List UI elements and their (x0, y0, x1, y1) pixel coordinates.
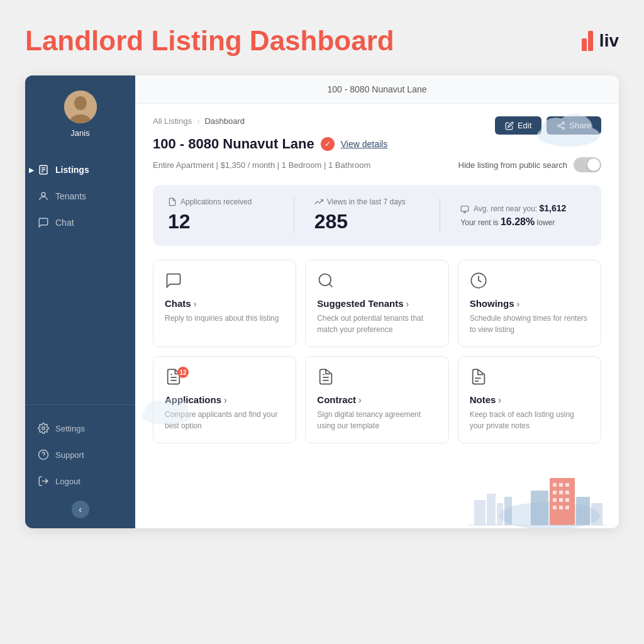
svg-rect-37 (487, 494, 496, 525)
logo-bar1 (582, 38, 587, 51)
settings-icon (38, 423, 49, 434)
stat-views: Views in the last 7 days 285 (294, 197, 441, 233)
page-wrapper: Landlord Listing Dashboard liv Janis (0, 0, 644, 644)
logo-bar2 (588, 31, 593, 51)
logo-text: liv (599, 31, 619, 51)
listing-name: 100 - 8080 Nunavut Lane (153, 136, 314, 152)
contract-card-desc: Sign digital tenancy agreement using our… (317, 409, 436, 431)
views-stat-value: 285 (314, 210, 430, 233)
stat-avg-rent: Avg. rent near you: $1,612 Your rent is … (440, 203, 586, 228)
app-container: Janis Listings Tenants (25, 75, 619, 528)
applications-notification-badge: 12 (177, 367, 189, 378)
view-details-link[interactable]: View details (341, 139, 387, 149)
listing-meta: Entire Apartment | $1,350 / month | 1 Be… (153, 160, 370, 170)
svg-rect-47 (565, 491, 569, 494)
chats-card-icon (165, 272, 182, 289)
svg-rect-42 (553, 483, 557, 487)
avg-rent-icon (460, 205, 469, 214)
toggle-thumb (587, 158, 600, 171)
topbar-address: 100 - 8080 Nunavut Lane (327, 84, 426, 94)
card-notes[interactable]: Notes › Keep track of each listing using… (458, 356, 601, 443)
topbar: 100 - 8080 Nunavut Lane (135, 75, 619, 104)
svg-rect-39 (504, 497, 512, 525)
listings-icon (38, 164, 49, 175)
card-contract[interactable]: Contract › Sign digital tenancy agreemen… (305, 356, 448, 443)
hide-label: Hide listing from public search (458, 160, 567, 170)
svg-point-7 (42, 192, 45, 196)
toggle-switch[interactable] (574, 157, 601, 172)
user-profile: Janis (25, 75, 135, 150)
cards-grid: Chats › Reply to inquiries about this li… (153, 260, 601, 443)
svg-point-23 (319, 274, 331, 286)
hide-toggle: Hide listing from public search (458, 157, 601, 172)
svg-point-34 (160, 397, 188, 420)
contract-card-title: Contract › (317, 394, 436, 405)
page-header: Landlord Listing Dashboard liv (25, 25, 619, 57)
views-stat-label: Views in the last 7 days (327, 197, 406, 206)
logo-area: liv (582, 31, 619, 51)
svg-rect-56 (591, 503, 602, 525)
user-name: Janis (70, 128, 89, 138)
svg-point-19 (557, 114, 592, 142)
svg-rect-44 (565, 483, 569, 487)
chats-card-title: Chats › (165, 298, 284, 309)
chat-nav-icon (38, 217, 49, 228)
showings-card-icon (470, 272, 487, 289)
svg-rect-49 (559, 498, 563, 502)
listing-details-row: Entire Apartment | $1,350 / month | 1 Be… (153, 157, 601, 172)
avatar (64, 91, 97, 123)
sidebar-item-support[interactable]: Support (25, 441, 135, 468)
sidebar-item-logout[interactable]: Logout (25, 468, 135, 494)
card-showings[interactable]: Showings › Schedule showing times for re… (458, 260, 601, 347)
svg-point-1 (74, 96, 87, 110)
showings-card-title: Showings › (470, 298, 589, 309)
notes-card-desc: Keep track of each listing using your pr… (470, 409, 589, 431)
svg-point-8 (42, 427, 45, 430)
cloud-decoration-top (531, 110, 606, 150)
svg-rect-55 (576, 497, 590, 525)
breadcrumb-separator: › (197, 116, 199, 126)
applications-stat-value: 12 (168, 210, 284, 233)
svg-rect-52 (559, 506, 563, 509)
views-stat-icon (314, 197, 323, 206)
svg-rect-54 (531, 491, 548, 525)
svg-rect-51 (553, 506, 557, 509)
city-illustration (468, 465, 606, 528)
page-title: Landlord Listing Dashboard (25, 25, 394, 57)
svg-rect-20 (462, 206, 469, 211)
card-suggested-tenants[interactable]: Suggested Tenants › Check out potential … (305, 260, 448, 347)
sidebar: Janis Listings Tenants (25, 75, 135, 528)
svg-line-24 (330, 284, 333, 287)
svg-rect-36 (474, 500, 486, 525)
sidebar-item-tenants[interactable]: Tenants (25, 183, 135, 209)
sidebar-item-chat[interactable]: Chat (25, 209, 135, 236)
card-chats[interactable]: Chats › Reply to inquiries about this li… (153, 260, 296, 347)
main-content: 100 - 8080 Nunavut Lane All Listings › D… (135, 75, 619, 528)
sidebar-item-settings[interactable]: Settings (25, 415, 135, 441)
suggested-tenants-card-icon (317, 272, 335, 289)
collapse-sidebar-button[interactable]: ‹ (72, 501, 89, 518)
stat-percent-value: 16.28% (501, 216, 535, 227)
nav-items: Listings Tenants Chat (25, 150, 135, 404)
svg-rect-48 (553, 498, 557, 502)
stat-applications: Applications received 12 (168, 197, 294, 233)
svg-rect-38 (497, 503, 503, 525)
svg-rect-46 (559, 491, 563, 494)
edit-icon (505, 121, 514, 130)
sidebar-bottom: Settings Support Logout ‹ (25, 404, 135, 528)
support-icon (38, 449, 49, 460)
avg-rent-label: Avg. rent near you: (474, 204, 537, 213)
suggested-tenants-card-desc: Check out potential tenants that match y… (317, 313, 436, 335)
verified-badge: ✓ (321, 137, 335, 151)
logout-icon (38, 475, 49, 487)
applications-stat-icon (168, 197, 177, 206)
breadcrumb-parent[interactable]: All Listings (153, 116, 192, 126)
sidebar-item-listings[interactable]: Listings (25, 157, 135, 183)
content-body: All Listings › Dashboard Edit Share (135, 104, 619, 528)
tenants-icon (38, 191, 49, 202)
svg-rect-43 (559, 483, 563, 487)
svg-rect-53 (565, 506, 569, 509)
svg-rect-45 (553, 491, 557, 494)
notes-card-title: Notes › (470, 394, 589, 405)
showings-card-desc: Schedule showing times for renters to vi… (470, 313, 589, 335)
